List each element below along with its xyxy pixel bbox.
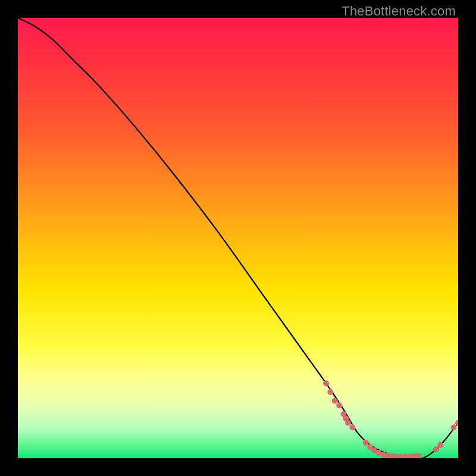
plot-area <box>18 18 458 458</box>
chart-frame: TheBottleneck.com <box>0 0 476 476</box>
data-marker <box>349 424 355 430</box>
data-marker <box>345 420 351 426</box>
data-marker <box>415 453 421 458</box>
data-markers <box>323 380 458 458</box>
data-marker <box>437 442 443 448</box>
data-marker <box>433 446 439 452</box>
data-marker <box>323 380 329 386</box>
data-marker <box>327 389 333 395</box>
data-marker <box>332 398 338 404</box>
data-marker <box>451 424 457 430</box>
data-marker <box>363 440 369 446</box>
watermark-text: TheBottleneck.com <box>342 4 456 19</box>
data-marker <box>336 402 342 408</box>
chart-svg <box>18 18 458 458</box>
bottleneck-curve <box>18 18 458 458</box>
data-marker <box>455 420 458 426</box>
